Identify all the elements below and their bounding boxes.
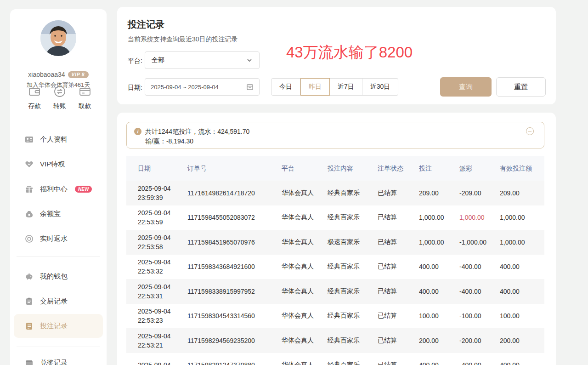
- sidebar: xiaobaoaa34 VIP 8 加入华体会体育第461天 存款 转账: [10, 9, 107, 365]
- cell-date: 2025-09-0422:53:59: [138, 208, 187, 227]
- table-row: 2025-09-0422:53:23 1171598304543314560 华…: [126, 304, 544, 329]
- user-avatar[interactable]: [40, 20, 76, 56]
- sidebar-item-prize-records[interactable]: 兑奖记录: [10, 350, 107, 365]
- quick-date-7days[interactable]: 近7日: [330, 78, 362, 96]
- cell-status: 已结算: [378, 238, 419, 246]
- quick-date-yesterday[interactable]: 昨日: [300, 78, 330, 96]
- cell-platform: 华体会真人: [282, 189, 328, 197]
- cell-bet: 100.00: [419, 312, 459, 319]
- cell-valid: 200.00: [500, 337, 544, 344]
- cell-status: 已结算: [378, 262, 419, 271]
- sidebar-item-vip[interactable]: VIP特权: [10, 152, 107, 177]
- sidebar-item-label: 实时返水: [40, 234, 68, 243]
- records-card: i 共计1244笔投注，流水：424,591.70 输/赢：-8,194.30 …: [117, 113, 556, 365]
- summary-line2: 输/赢：-8,194.30: [145, 137, 537, 146]
- cell-platform: 华体会真人: [282, 238, 328, 246]
- sidebar-item-label: 交易记录: [40, 297, 68, 306]
- table-row: 2025-09-0423:59:39 1171614982614718720 华…: [126, 181, 544, 205]
- sidebar-item-transactions[interactable]: 交易记录: [10, 289, 107, 314]
- cell-payout: -1,000.00: [459, 239, 500, 246]
- cell-status: 已结算: [378, 336, 419, 345]
- cell-bet: 1,000.00: [419, 239, 459, 246]
- cell-content: 经典百家乐: [328, 189, 378, 197]
- new-badge: NEW: [75, 186, 92, 193]
- col-header-date: 日期: [138, 165, 187, 173]
- table-row: 2025-09-04 1171598291247370880 华体会真人 经典百…: [126, 353, 544, 365]
- cell-bet: 400.00: [419, 263, 459, 270]
- withdraw-label: 取款: [79, 102, 91, 110]
- sidebar-item-profile[interactable]: 个人资料: [10, 127, 107, 152]
- chevron-down-icon: [246, 57, 253, 63]
- cell-bet: 1,000.00: [419, 214, 459, 221]
- quick-date-30days[interactable]: 近30日: [362, 78, 399, 96]
- table-row: 2025-09-0422:53:59 1171598455052083072 华…: [126, 205, 544, 230]
- sidebar-item-label: 我的钱包: [40, 272, 68, 281]
- reset-button[interactable]: 重置: [496, 77, 546, 97]
- cell-valid: 400.00: [500, 361, 544, 365]
- cell-bet: 400.00: [419, 361, 459, 365]
- cell-status: 已结算: [378, 361, 419, 365]
- cell-valid: 1,000.00: [500, 214, 544, 221]
- sidebar-item-bet-records[interactable]: 投注记录: [14, 314, 103, 338]
- cell-date: 2025-09-0422:53:32: [138, 257, 187, 276]
- col-header-status: 注单状态: [378, 165, 419, 173]
- cell-platform: 华体会真人: [282, 262, 328, 271]
- col-header-order: 订单号: [187, 165, 282, 173]
- cell-order: 1171598343684921600: [187, 263, 282, 270]
- quick-actions: 存款 转账 取款: [22, 85, 97, 110]
- transfer-button[interactable]: 转账: [47, 85, 73, 110]
- date-range-input[interactable]: 2025-09-04 ~ 2025-09-04: [145, 78, 260, 96]
- nav-group-bottom: 我的钱包 交易记录 投注记录: [10, 264, 107, 338]
- cell-content: 经典百家乐: [328, 336, 378, 345]
- red-annotation-text: 43万流水输了8200: [286, 42, 413, 63]
- cell-payout: -400.00: [459, 263, 500, 270]
- cell-platform: 华体会真人: [282, 361, 328, 365]
- prize-icon: [25, 359, 34, 365]
- clipboard-icon: [25, 297, 34, 306]
- cell-order: 1171598294569235200: [187, 337, 282, 344]
- sidebar-item-label: 兑奖记录: [40, 359, 68, 365]
- cell-order: 1171614982614718720: [187, 189, 282, 197]
- calendar-icon: [246, 83, 254, 91]
- cell-content: 经典百家乐: [328, 287, 378, 296]
- sidebar-item-rebate[interactable]: 实时返水: [10, 226, 107, 251]
- search-button[interactable]: 查询: [440, 77, 492, 97]
- cell-valid: 209.00: [500, 189, 544, 197]
- gift-icon: [25, 185, 34, 194]
- cell-content: 经典百家乐: [328, 262, 378, 271]
- cell-content: 经典百家乐: [328, 361, 378, 365]
- sidebar-item-wallet[interactable]: 我的钱包: [10, 264, 107, 289]
- platform-select[interactable]: 全部: [145, 51, 260, 69]
- avatar-photo-placeholder: [40, 20, 76, 56]
- transfer-label: 转账: [53, 102, 66, 110]
- cell-platform: 华体会真人: [282, 213, 328, 222]
- nav-group-extra: 兑奖记录: [10, 350, 107, 365]
- cell-payout: -200.00: [459, 337, 500, 344]
- sidebar-item-welfare[interactable]: 福利中心 NEW: [10, 177, 107, 201]
- cell-content: 极速百家乐: [328, 238, 378, 246]
- table-row: 2025-09-0422:53:58 1171598451965070976 华…: [126, 230, 544, 255]
- cell-content: 经典百家乐: [328, 312, 378, 320]
- withdraw-button[interactable]: 取款: [72, 85, 97, 110]
- rebate-icon: [25, 234, 34, 243]
- cell-platform: 华体会真人: [282, 312, 328, 320]
- col-header-platform: 平台: [282, 165, 328, 173]
- cell-status: 已结算: [378, 213, 419, 222]
- summary-box: i 共计1244笔投注，流水：424,591.70 输/赢：-8,194.30: [126, 122, 544, 148]
- col-header-content: 投注内容: [328, 165, 378, 173]
- bet-records-table: 日期 订单号 平台 投注内容 注单状态 投注 派彩 有效投注额 2025-09-…: [126, 156, 544, 365]
- quick-date-group: 今日 昨日 近7日 近30日: [271, 78, 398, 96]
- date-range-value: 2025-09-04 ~ 2025-09-04: [151, 84, 219, 91]
- table-row: 2025-09-0422:53:31 1171598338915997952 华…: [126, 279, 544, 304]
- cell-payout: -100.00: [459, 312, 500, 319]
- deposit-button[interactable]: 存款: [22, 85, 47, 110]
- quick-date-today[interactable]: 今日: [271, 78, 300, 96]
- cell-order: 1171598291247370880: [187, 361, 282, 365]
- table-header-row: 日期 订单号 平台 投注内容 注单状态 投注 派彩 有效投注额: [126, 156, 544, 181]
- cell-payout: -209.00: [459, 189, 500, 197]
- collapse-icon[interactable]: [526, 127, 534, 135]
- sidebar-item-yuebao[interactable]: 余额宝: [10, 201, 107, 226]
- cell-payout: 1,000.00: [459, 214, 500, 221]
- cell-date: 2025-09-0422:53:31: [138, 282, 187, 301]
- platform-selected-value: 全部: [152, 56, 164, 64]
